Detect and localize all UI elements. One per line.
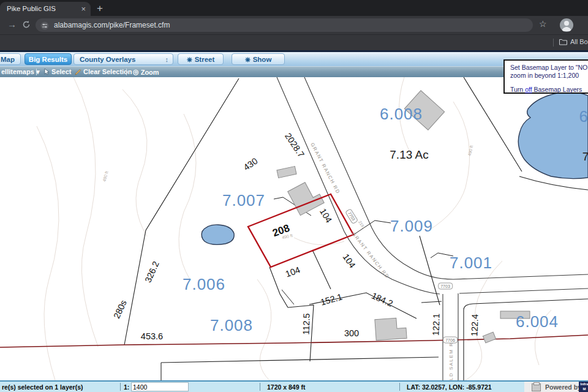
parcel-label-7007: 7.007	[222, 191, 265, 210]
dim-112-5: 112.5	[301, 313, 311, 335]
new-tab-button[interactable]: +	[97, 1, 103, 16]
gis-toolbar: l Map Big Results County Overlays ↕ Stre…	[0, 52, 588, 67]
building-3	[288, 179, 325, 216]
asterisk-icon	[245, 56, 251, 64]
notice-line-3: Turn off Basemap Layers	[510, 86, 588, 94]
inframap-logo: InfraM	[579, 382, 588, 392]
select-tool[interactable]: Select	[44, 68, 71, 75]
notice-line-2: zoom in beyond 1:1,200	[510, 72, 588, 80]
map-canvas[interactable]: 6.0087.0077.0097.0017.0067.0086.0046.07.…	[0, 77, 588, 380]
parcel-label-7009: 7.009	[390, 217, 433, 236]
toolbar-divider	[36, 69, 37, 75]
parcel-label-6008: 6.008	[380, 105, 423, 124]
big-results-button[interactable]: Big Results	[24, 53, 72, 65]
screen: { "browser": { "tab_title": "Pike Public…	[0, 0, 588, 392]
parcel-label-7008: 7.008	[210, 316, 253, 335]
scale-prefix: 1:	[124, 383, 129, 391]
status-divider	[120, 383, 121, 391]
map-tools-bar: ellitemaps ▾ Select Clear Selection ◎ Zo…	[0, 66, 588, 78]
profile-avatar[interactable]	[560, 18, 573, 32]
scale-input[interactable]	[131, 382, 189, 391]
dim-300: 300	[344, 328, 359, 338]
building-4	[375, 317, 407, 340]
show-legend-button[interactable]: Show Legend	[232, 53, 285, 65]
url-text: alabamagis.com/pike/Frameset.cfm	[54, 18, 170, 32]
printer-icon[interactable]	[532, 383, 541, 391]
tab-close-icon[interactable]: ×	[81, 2, 86, 16]
target-icon: ◎	[133, 68, 139, 75]
basemap-notice: Set Basemap Layer to "NONE" zoom in beyo…	[503, 59, 588, 94]
browser-toolbar: → alabamagis.com/pike/Frameset.cfm ☆	[0, 16, 588, 34]
parcel-label-partial-7: 7	[582, 150, 588, 164]
pond-small	[202, 225, 234, 244]
bookmark-star-icon[interactable]: ☆	[539, 19, 547, 29]
clear-selection-tool[interactable]: Clear Selection	[75, 68, 132, 75]
address-bar[interactable]: alabamagis.com/pike/Frameset.cfm	[36, 18, 533, 32]
bookmarks-bar: All Bookmarks	[0, 34, 588, 51]
all-bookmarks-button[interactable]: All Bookmarks	[559, 38, 588, 45]
parcel-label-6004: 6.004	[516, 312, 559, 331]
road-label-old-salem: OLD SALEM RD	[448, 337, 454, 380]
browser-tab[interactable]: Pike Public GIS ×	[0, 2, 91, 16]
dim-122-1: 122.1	[431, 314, 441, 336]
powered-by-section: Powered by InfraM	[524, 382, 588, 392]
turn-off-link[interactable]: off	[525, 86, 532, 93]
map-extent: 1720 x 849 ft	[267, 383, 305, 391]
parcel-label-partial-6: 6.0	[579, 107, 588, 126]
powered-by-label: Powered by	[545, 383, 581, 391]
county-overlays-select[interactable]: County Overlays ↕	[74, 53, 173, 65]
bookmarks-divider	[553, 39, 554, 47]
all-bookmarks-label: All Bookmarks	[570, 38, 588, 45]
dim-453-6: 453.6	[141, 331, 163, 341]
status-divider	[260, 383, 260, 391]
browser-tab-strip: Pike Public GIS × +	[0, 0, 588, 16]
street-view-button[interactable]: Street View	[178, 53, 224, 65]
road-shield-7703-b: 7703	[438, 283, 453, 290]
building-6	[483, 332, 496, 343]
parcel-label-7001: 7.001	[450, 254, 492, 273]
dim-122-4: 122.4	[469, 314, 480, 337]
select-arrows-icon: ↕	[165, 54, 169, 65]
map-drawing	[0, 77, 588, 380]
status-bar: re(s) selected on 1 layer(s) 1: 1720 x 8…	[0, 380, 588, 392]
tab-title: Pike Public GIS	[7, 2, 56, 16]
section-line	[0, 335, 588, 347]
pond-large	[518, 92, 588, 179]
acreage-label: 7.13 Ac	[390, 148, 428, 162]
road-shield-7706: 7706	[443, 337, 458, 344]
road-south-edge-east	[459, 288, 588, 293]
status-divider	[399, 383, 400, 391]
site-settings-icon[interactable]	[40, 21, 49, 34]
cursor-icon	[44, 69, 50, 75]
forward-icon[interactable]: →	[7, 19, 17, 29]
pencil-icon	[75, 69, 81, 75]
asterisk-icon	[187, 56, 192, 64]
reload-icon[interactable]	[22, 20, 31, 31]
basemap-menu[interactable]: ellitemaps ▾	[1, 68, 39, 76]
building-2	[277, 167, 296, 178]
folder-icon	[559, 39, 567, 45]
selection-status: re(s) selected on 1 layer(s)	[2, 383, 83, 391]
lat-lon-readout: LAT: 32.0257, LON: -85.9721	[407, 383, 492, 391]
zoom-tool[interactable]: ◎ Zoom	[133, 68, 159, 76]
full-map-button[interactable]: l Map	[0, 53, 21, 65]
parcel-label-7006: 7.006	[183, 275, 225, 294]
notice-line-1: Set Basemap Layer to "NONE"	[510, 64, 588, 72]
toolbar-divider	[126, 69, 127, 75]
